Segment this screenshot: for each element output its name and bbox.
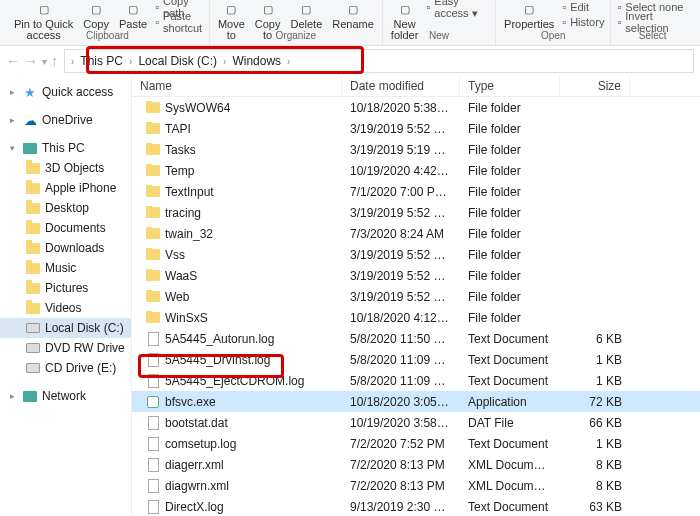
file-row[interactable]: 5A5445_EjectCDROM.log5/8/2020 11:09 …Tex… [132,370,700,391]
paste-button[interactable]: ▢Paste [117,0,149,30]
folder-icon [26,301,40,315]
nav-item[interactable]: ▸Network [0,386,131,406]
header-type[interactable]: Type [460,76,560,96]
breadcrumb[interactable]: › This PC›Local Disk (C:)›Windows› [64,49,694,73]
file-row[interactable]: SysWOW6410/18/2020 5:38…File folder [132,97,700,118]
expand-icon[interactable]: ▸ [10,391,18,401]
breadcrumb-item[interactable]: This PC [76,52,127,70]
paste-shortcut-icon: ▫ [155,16,159,28]
file-row[interactable]: DirectX.log9/13/2019 2:30 …Text Document… [132,496,700,516]
ribbon-group-label: Select [639,30,667,41]
file-row[interactable]: twain_327/3/2020 8:24 AMFile folder [132,223,700,244]
breadcrumb-item[interactable]: Windows [228,52,285,70]
properties-button[interactable]: ▢Properties [502,0,556,30]
new-folder-button[interactable]: ▢New folder [389,0,421,41]
file-date: 10/18/2020 3:05… [342,395,460,409]
file-row[interactable]: 5A5445_DrvInst.log5/8/2020 11:09 …Text D… [132,349,700,370]
nav-item[interactable]: Videos [0,298,131,318]
file-icon [146,332,160,346]
select-none-icon: ▫ [617,1,621,13]
nav-item[interactable]: Pictures [0,278,131,298]
invert-selection-icon: ▫ [617,16,621,28]
file-name: SysWOW64 [165,101,230,115]
nav-item-label: 3D Objects [45,161,104,175]
folder-icon [146,269,160,283]
forward-icon[interactable]: → [24,53,38,69]
file-row[interactable]: WaaS3/19/2019 5:52 …File folder [132,265,700,286]
rename-icon: ▢ [344,0,362,18]
file-row[interactable]: 5A5445_Autorun.log5/8/2020 11:50 …Text D… [132,328,700,349]
nav-item[interactable]: Desktop [0,198,131,218]
expand-icon[interactable]: ▸ [10,115,18,125]
file-name: WaaS [165,269,197,283]
folder-icon [26,181,40,195]
header-date[interactable]: Date modified [342,76,460,96]
header-size[interactable]: Size [560,76,630,96]
file-pane: Name Date modified Type Size SysWOW6410/… [132,76,700,516]
file-date: 10/19/2020 3:58… [342,416,460,430]
file-row[interactable]: Temp10/19/2020 4:42…File folder [132,160,700,181]
file-name: TAPI [165,122,191,136]
nav-item[interactable]: DVD RW Drive [0,338,131,358]
file-row[interactable]: TAPI3/19/2019 5:52 …File folder [132,118,700,139]
nav-item-label: This PC [42,141,85,155]
file-row[interactable]: Tasks3/19/2019 5:19 …File folder [132,139,700,160]
file-row[interactable]: comsetup.log7/2/2020 7:52 PMText Documen… [132,433,700,454]
file-date: 5/8/2020 11:09 … [342,353,460,367]
nav-item-label: Pictures [45,281,88,295]
nav-item[interactable]: Music [0,258,131,278]
pin-to-quick-access-icon: ▢ [35,0,53,18]
nav-item[interactable]: CD Drive (E:) [0,358,131,378]
nav-buttons: ← → ▾ ↑ [6,53,58,69]
file-row[interactable]: diagwrn.xml7/2/2020 8:13 PMXML Docume…8 … [132,475,700,496]
file-date: 3/19/2019 5:52 … [342,269,460,283]
nav-item[interactable]: Downloads [0,238,131,258]
delete-button[interactable]: ▢Delete [288,0,324,30]
history-button[interactable]: ▫History [562,15,604,29]
disk-icon [26,321,40,335]
invert-selection-button[interactable]: ▫Invert selection [617,15,688,29]
easy-access-button[interactable]: ▫Easy access ▾ [426,0,489,14]
rename-button[interactable]: ▢Rename [330,0,376,30]
nav-item[interactable]: Documents [0,218,131,238]
paste-label: Paste [119,19,147,30]
expand-icon[interactable]: ▾ [10,143,18,153]
file-row[interactable]: WinSxS10/18/2020 4:12…File folder [132,307,700,328]
file-type: File folder [460,248,560,262]
file-row[interactable]: Web3/19/2019 5:52 …File folder [132,286,700,307]
column-headers: Name Date modified Type Size [132,76,700,97]
nav-item[interactable]: 3D Objects [0,158,131,178]
copy-button[interactable]: ▢Copy [81,0,111,30]
pin-to-quick-access-button[interactable]: ▢Pin to Quick access [12,0,75,41]
file-row[interactable]: tracing3/19/2019 5:52 …File folder [132,202,700,223]
edit-button[interactable]: ▫Edit [562,0,604,14]
folder-icon [146,185,160,199]
chevron-right-icon: › [129,56,132,67]
expand-icon[interactable]: ▸ [10,87,18,97]
nav-item[interactable]: Local Disk (C:) [0,318,131,338]
nav-item[interactable]: ▸☁OneDrive [0,110,131,130]
breadcrumb-item[interactable]: Local Disk (C:) [134,52,221,70]
file-row[interactable]: diagerr.xml7/2/2020 8:13 PMXML Docume…8 … [132,454,700,475]
file-row[interactable]: TextInput7/1/2020 7:00 P…File folder [132,181,700,202]
file-type: File folder [460,227,560,241]
paste-shortcut-button[interactable]: ▫Paste shortcut [155,15,203,29]
nav-item[interactable]: ▸★Quick access [0,82,131,102]
up-icon[interactable]: ↑ [51,53,58,69]
nav-item[interactable]: Apple iPhone [0,178,131,198]
file-date: 5/8/2020 11:50 … [342,332,460,346]
nav-item[interactable]: ▾This PC [0,138,131,158]
file-size: 6 KB [560,332,630,346]
history-dropdown-icon[interactable]: ▾ [42,56,47,67]
back-icon[interactable]: ← [6,53,20,69]
file-type: DAT File [460,416,560,430]
file-icon [146,353,160,367]
header-name[interactable]: Name [132,76,342,96]
file-date: 7/3/2020 8:24 AM [342,227,460,241]
file-row[interactable]: bootstat.dat10/19/2020 3:58…DAT File66 K… [132,412,700,433]
file-row[interactable]: Vss3/19/2019 5:52 …File folder [132,244,700,265]
file-name: diagwrn.xml [165,479,229,493]
move-to-button[interactable]: ▢Move to [216,0,247,41]
file-date: 5/8/2020 11:09 … [342,374,460,388]
file-row[interactable]: bfsvc.exe10/18/2020 3:05…Application72 K… [132,391,700,412]
